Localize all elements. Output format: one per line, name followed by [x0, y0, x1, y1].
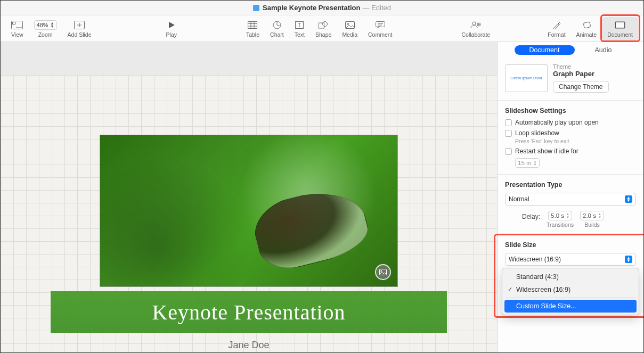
- checkbox-icon[interactable]: [505, 148, 512, 155]
- theme-thumbnail: Lorem Ipsum Dolor: [505, 64, 548, 92]
- table-icon: [248, 20, 257, 30]
- view-label: View: [11, 31, 23, 38]
- slide-size-dropdown: Standard (4:3) ✓Widescreen (16:9) Custom…: [502, 268, 639, 315]
- animate-icon: [582, 20, 591, 30]
- chart-button[interactable]: Chart: [265, 17, 289, 40]
- theme-name: Graph Paper: [553, 70, 636, 78]
- shape-icon: [319, 20, 328, 30]
- document-file-icon: [253, 5, 259, 11]
- presentation-type-section: Presentation Type Normal ▲▼ Delay: 5.0 s…: [498, 175, 643, 235]
- stepper-arrows-icon[interactable]: ▲▼: [598, 212, 601, 219]
- svg-marker-6: [169, 22, 175, 28]
- restart-checkbox-row[interactable]: Restart show if idle for: [505, 147, 636, 155]
- inspector-panel: Document Audio Lorem Ipsum Dolor Theme G…: [497, 42, 643, 352]
- theme-section: Lorem Ipsum Dolor Theme Graph Paper Chan…: [498, 58, 643, 101]
- svg-rect-30: [380, 269, 387, 275]
- presentation-type-heading: Presentation Type: [505, 181, 636, 188]
- dropdown-separator: [506, 298, 635, 298]
- svg-point-31: [381, 270, 382, 272]
- document-edited-status: — Edited: [363, 4, 391, 12]
- media-button[interactable]: Media: [337, 17, 363, 40]
- slide-subtitle[interactable]: Jane Doe Lorem Productions June 9, 2022: [1, 339, 497, 352]
- animate-button[interactable]: Animate: [571, 17, 602, 40]
- loop-hint: Press 'Esc' key to exit: [515, 138, 636, 144]
- stepper-arrows-icon[interactable]: ▲▼: [534, 160, 537, 166]
- play-label: Play: [166, 31, 177, 38]
- media-icon: [345, 20, 355, 30]
- window-titlebar: Sample Keynote Presentation — Edited: [1, 1, 643, 15]
- slide-org: Lorem Productions: [1, 351, 497, 352]
- zoom-button[interactable]: 48%▲▼ Zoom: [29, 17, 62, 40]
- stepper-arrows-icon[interactable]: ▲▼: [566, 212, 569, 219]
- transitions-caption: Transitions: [547, 221, 574, 228]
- zoom-label: Zoom: [38, 31, 53, 38]
- svg-point-16: [323, 21, 328, 26]
- theme-label: Theme: [553, 63, 636, 70]
- add-slide-icon: [74, 20, 85, 30]
- image-placeholder-icon[interactable]: [375, 264, 391, 280]
- slide-author: Jane Doe: [1, 339, 497, 351]
- svg-point-18: [347, 23, 348, 24]
- slide-size-option-widescreen[interactable]: ✓Widescreen (16:9): [504, 283, 637, 296]
- add-slide-label: Add Slide: [68, 31, 92, 38]
- slide-image[interactable]: [100, 135, 398, 287]
- view-icon: [11, 20, 23, 30]
- chevron-updown-icon: ▲▼: [625, 195, 632, 203]
- slide-size-section: Slide Size Widescreen (16:9) ▲▼ Standard…: [498, 235, 643, 272]
- slide-size-heading: Slide Size: [505, 241, 636, 249]
- svg-point-23: [472, 22, 476, 25]
- butterfly-graphic: [248, 182, 373, 276]
- comment-button[interactable]: Comment: [363, 17, 398, 40]
- presentation-type-select[interactable]: Normal ▲▼: [505, 193, 636, 206]
- zoom-value: 48%: [37, 22, 48, 28]
- auto-play-checkbox-row[interactable]: Automatically play upon open: [505, 119, 636, 126]
- comment-icon: [376, 20, 385, 30]
- document-filename: Sample Keynote Presentation: [263, 4, 361, 12]
- slide-canvas[interactable]: Keynote Presentation Jane Doe Lorem Prod…: [1, 42, 497, 352]
- svg-rect-19: [376, 21, 385, 27]
- text-icon: T: [295, 20, 304, 30]
- tab-audio[interactable]: Audio: [580, 45, 627, 55]
- inspector-tabs: Document Audio: [498, 42, 643, 58]
- view-button[interactable]: View: [6, 17, 29, 40]
- chevron-updown-icon: ▲▼: [51, 22, 54, 28]
- tab-document[interactable]: Document: [515, 45, 575, 55]
- slideshow-settings-heading: Slideshow Settings: [505, 107, 636, 114]
- play-icon: [168, 20, 175, 30]
- slide-size-select[interactable]: Widescreen (16:9) ▲▼: [505, 253, 636, 266]
- zoom-select[interactable]: 48%▲▼: [34, 20, 57, 30]
- main-toolbar: View 48%▲▼ Zoom Add Slide Play Table Cha…: [1, 15, 643, 42]
- idle-time-stepper[interactable]: 15 m▲▼: [515, 158, 540, 168]
- svg-marker-20: [378, 27, 380, 28]
- builds-caption: Builds: [580, 221, 604, 228]
- svg-rect-7: [248, 21, 257, 28]
- svg-rect-1: [13, 22, 15, 24]
- text-button[interactable]: TText: [289, 17, 310, 40]
- slide-title-text: Keynote Presentation: [152, 300, 345, 325]
- slideshow-settings-section: Slideshow Settings Automatically play up…: [498, 101, 643, 175]
- delay-label: Delay:: [522, 213, 540, 220]
- document-button[interactable]: Document: [602, 17, 638, 40]
- checkbox-icon[interactable]: [505, 119, 512, 126]
- add-slide-button[interactable]: Add Slide: [62, 17, 97, 40]
- loop-checkbox-row[interactable]: Loop slideshow: [505, 129, 636, 137]
- collaborate-button[interactable]: Collaborate: [456, 17, 496, 40]
- slide-title-box[interactable]: Keynote Presentation: [51, 291, 447, 333]
- slide-size-option-standard[interactable]: Standard (4:3): [504, 270, 637, 283]
- play-button[interactable]: Play: [161, 17, 182, 40]
- format-icon: [552, 20, 561, 30]
- shape-button[interactable]: Shape: [310, 17, 337, 40]
- svg-rect-27: [583, 21, 591, 28]
- collaborate-icon: [470, 20, 481, 30]
- svg-text:T: T: [298, 22, 301, 28]
- table-button[interactable]: Table: [241, 17, 265, 40]
- change-theme-button[interactable]: Change Theme: [553, 81, 609, 93]
- slide-size-option-custom[interactable]: Custom Slide Size...: [504, 300, 637, 313]
- chevron-updown-icon: ▲▼: [625, 256, 632, 263]
- format-button[interactable]: Format: [542, 17, 570, 40]
- checkbox-icon[interactable]: [505, 130, 512, 137]
- transitions-delay-stepper[interactable]: 5.0 s▲▼: [548, 211, 572, 220]
- builds-delay-stepper[interactable]: 2.0 s▲▼: [580, 211, 604, 220]
- svg-rect-29: [616, 22, 624, 28]
- check-icon: ✓: [508, 286, 512, 293]
